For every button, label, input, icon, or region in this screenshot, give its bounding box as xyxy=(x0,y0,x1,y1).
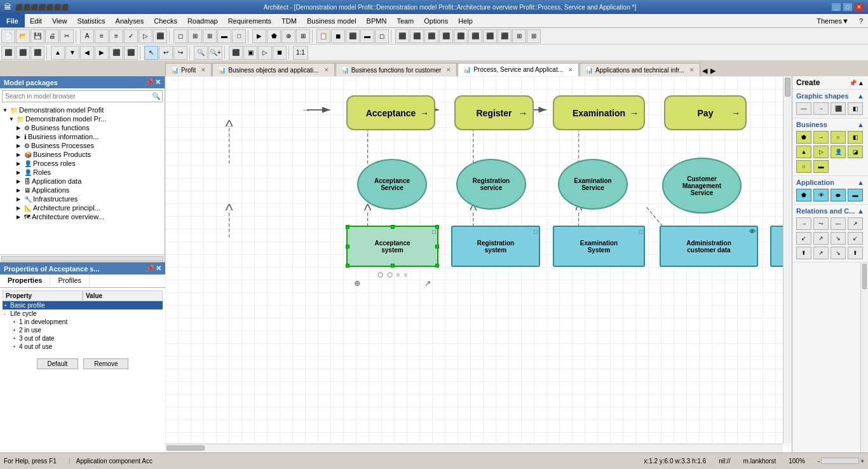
rel-item-9[interactable]: ⬆ xyxy=(796,247,811,259)
tb-btn-16[interactable]: □ xyxy=(232,29,246,43)
tb-btn-23[interactable]: ⬛ xyxy=(346,29,360,43)
tb-btn-7[interactable]: ≡ xyxy=(95,29,109,43)
zoom-slider[interactable] xyxy=(821,458,859,464)
create-business-title[interactable]: Business ▲ xyxy=(796,121,864,128)
edit-menu[interactable]: Edit xyxy=(25,14,47,27)
sidebar-scrollbar-h[interactable] xyxy=(0,254,165,262)
shape-item-3[interactable]: ⬛ xyxy=(831,102,846,115)
file-menu-button[interactable]: File xyxy=(0,14,25,27)
tab-ps-close[interactable]: ✕ xyxy=(568,67,573,73)
open-button[interactable]: 📂 xyxy=(16,29,30,43)
app-item-3[interactable]: ⬬ xyxy=(831,189,846,201)
tb2-btn-2[interactable]: ⬛ xyxy=(16,46,30,60)
biz-item-2[interactable]: → xyxy=(813,131,829,144)
tree-item-process-roles[interactable]: ▶ 👤 Process roles xyxy=(1,159,163,168)
bpmn-menu[interactable]: BPMN xyxy=(362,14,392,27)
tb-btn-5[interactable]: ✂ xyxy=(60,29,74,43)
tb2-btn-9[interactable]: ⬛ xyxy=(124,46,138,60)
application-collapse[interactable]: ▲ xyxy=(857,179,864,186)
tb-btn-13[interactable]: ⊞ xyxy=(188,29,202,43)
process-acceptance[interactable]: Acceptance → xyxy=(346,95,435,130)
tb2-btn-4[interactable]: ▲ xyxy=(51,46,65,60)
tb-btn-14[interactable]: ⊞ xyxy=(203,29,217,43)
tab-profiles[interactable]: Profiles xyxy=(50,275,90,287)
tb-btn-22[interactable]: ◼ xyxy=(331,29,345,43)
tb-btn-31[interactable]: ⬛ xyxy=(468,29,482,43)
team-menu[interactable]: Team xyxy=(391,14,419,27)
biz-item-3[interactable]: ○ xyxy=(831,131,846,144)
tree-item-biz-functions[interactable]: ▶ ⚙ Business functions xyxy=(1,123,163,132)
business-model-menu[interactable]: Business model xyxy=(302,14,362,27)
tb2-btn-17[interactable]: ▣ xyxy=(243,46,257,60)
tb2-btn-6[interactable]: ◀ xyxy=(80,46,94,60)
search-input[interactable] xyxy=(3,92,151,101)
tb-btn-27[interactable]: ⬛ xyxy=(410,29,424,43)
props-pin[interactable]: 📌 xyxy=(146,264,154,273)
prop-row-4oou[interactable]: + 4 out of use xyxy=(3,343,163,351)
tab-bf-close[interactable]: ✕ xyxy=(446,67,451,73)
prop-row-lifecycle[interactable]: - Life cycle xyxy=(3,309,163,318)
tb-btn-6[interactable]: A xyxy=(80,29,94,43)
tree-item-arch-principles[interactable]: ▶ 📐 Architecture principl... xyxy=(1,203,163,212)
save-button[interactable]: 💾 xyxy=(31,29,44,43)
rel-item-8[interactable]: ↙ xyxy=(848,232,863,245)
tab-bo-close[interactable]: ✕ xyxy=(324,67,329,73)
create-graphic-shapes-title[interactable]: Graphic shapes ▲ xyxy=(796,92,864,100)
canvas-scrollbar-v[interactable] xyxy=(783,76,792,444)
app-item-4[interactable]: ▬ xyxy=(848,189,863,201)
prop-row-basic[interactable]: + Basic profile xyxy=(3,301,163,309)
tree-item-demo-model[interactable]: ▼ 📁 Demonstration model Pr... xyxy=(1,114,163,123)
remove-button[interactable]: Remove xyxy=(83,358,128,369)
zoom-in-button[interactable]: + xyxy=(860,458,864,465)
prop-row-2use[interactable]: + 2 in use xyxy=(3,326,163,334)
roadmap-menu[interactable]: Roadmap xyxy=(182,14,223,27)
tb2-btn-18[interactable]: ▷ xyxy=(258,46,272,60)
tb-btn-9[interactable]: ✓ xyxy=(124,29,138,43)
create-pin[interactable]: 📌 xyxy=(849,79,857,86)
tab-properties[interactable]: Properties xyxy=(0,275,50,287)
tb-btn-34[interactable]: ⊞ xyxy=(512,29,526,43)
tree-item-applications[interactable]: ▶ 🖥 Applications xyxy=(1,186,163,194)
default-button[interactable]: Default xyxy=(37,358,79,369)
biz-item-10[interactable]: ▬ xyxy=(813,160,829,173)
zoom-in[interactable]: 🔍+ xyxy=(208,46,222,60)
help-menu[interactable]: Help xyxy=(453,14,478,27)
rel-item-4[interactable]: ↗ xyxy=(848,217,863,230)
create-relations-title[interactable]: Relations and C... ▲ xyxy=(796,207,864,215)
tb-btn-18[interactable]: ⬟ xyxy=(267,29,281,43)
prop-row-1dev[interactable]: + 1 in development xyxy=(3,318,163,326)
tree-item-biz-info[interactable]: ▶ ℹ Business information... xyxy=(1,132,163,141)
minimize-button[interactable]: _ xyxy=(831,3,841,11)
service-examination[interactable]: ExaminationService xyxy=(558,159,628,210)
search-box[interactable]: 🔍 xyxy=(2,90,163,102)
rel-item-11[interactable]: ↘ xyxy=(831,247,846,259)
biz-item-6[interactable]: ▷ xyxy=(813,146,829,158)
tb2-btn-5[interactable]: ▼ xyxy=(65,46,79,60)
tb-btn-4[interactable]: 🖨 xyxy=(45,29,59,43)
shape-item-1[interactable]: — xyxy=(796,102,811,115)
tab-profit[interactable]: 📊 Profit ✕ xyxy=(165,63,212,76)
tb-btn-30[interactable]: ⬛ xyxy=(454,29,468,43)
themes-button[interactable]: Themes▼ xyxy=(811,14,854,27)
tdm-menu[interactable]: TDM xyxy=(276,14,302,27)
process-pay[interactable]: Pay → xyxy=(664,95,747,130)
tb2-btn-3[interactable]: ⬛ xyxy=(31,46,44,60)
tree-item-root[interactable]: ▼ 📁 Demonstration model Profit xyxy=(1,105,163,114)
maximize-button[interactable]: □ xyxy=(843,3,853,11)
sidebar-close[interactable]: ✕ xyxy=(155,78,161,86)
tb-btn-12[interactable]: ◻ xyxy=(173,29,187,43)
app-item-1[interactable]: ⬟ xyxy=(796,189,811,201)
tb2-btn-8[interactable]: ⬛ xyxy=(109,46,123,60)
tab-applications[interactable]: 📊 Applications and technical infr... ✕ xyxy=(580,63,700,76)
rel-item-5[interactable]: ↙ xyxy=(796,232,811,245)
right-panel-scrollbar[interactable] xyxy=(860,262,868,452)
tb-btn-19[interactable]: ⊕ xyxy=(281,29,295,43)
tb2-btn-12[interactable]: ↪ xyxy=(173,46,187,60)
rel-item-3[interactable]: — xyxy=(831,217,846,230)
rel-item-2[interactable]: ⤳ xyxy=(813,217,829,230)
app-registration-system[interactable]: Registrationsystem □ xyxy=(451,226,540,267)
tab-process-service[interactable]: 📊 Process, Service and Applicat... ✕ xyxy=(458,63,579,76)
zoom-fit[interactable]: 🔍 xyxy=(194,46,208,60)
tb-btn-21[interactable]: 📋 xyxy=(316,29,330,43)
tb-btn-25[interactable]: ◻ xyxy=(375,29,389,43)
